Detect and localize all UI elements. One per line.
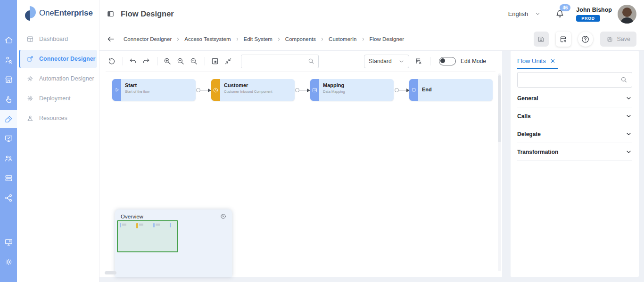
language-selector[interactable]: English xyxy=(508,10,541,17)
sidebar-item-automation-designer[interactable]: Automation Designer xyxy=(19,70,97,88)
help-icon xyxy=(581,35,590,44)
node-title: Mapping xyxy=(323,82,344,88)
accordion-section-general[interactable]: General xyxy=(517,89,632,107)
zoom-in-icon xyxy=(163,57,172,65)
rail-item-systems[interactable] xyxy=(0,169,17,187)
brand-name-bold: Enterprise xyxy=(54,8,93,17)
brand-logo: OneEnterprise xyxy=(25,6,93,21)
chevron-down-icon xyxy=(625,130,632,137)
toolbar-divider xyxy=(205,57,205,65)
rail-item-home[interactable] xyxy=(0,31,17,49)
rail-item-actions[interactable] xyxy=(0,90,17,108)
overview-header: Overview xyxy=(115,209,232,221)
breadcrumb-separator-icon xyxy=(320,37,324,41)
flow-node-end[interactable]: End xyxy=(409,79,493,101)
layout-preset-value: Standard xyxy=(369,58,392,64)
output-port[interactable] xyxy=(196,88,200,92)
collapse-view-button[interactable] xyxy=(222,56,234,67)
breadcrumb-item[interactable]: Edit System xyxy=(244,36,272,42)
redo-button[interactable] xyxy=(140,56,152,67)
layout-preset-select[interactable]: Standard xyxy=(364,55,409,68)
canvas-search-input[interactable] xyxy=(241,55,319,68)
rail-item-monitoring[interactable] xyxy=(0,129,17,147)
flow-node-mapping[interactable]: Mapping Data Mapping xyxy=(310,79,394,101)
node-title: Start xyxy=(125,82,137,88)
canvas-toolbar: Standard Edit Mode xyxy=(106,51,495,72)
reset-view-button[interactable] xyxy=(106,56,117,67)
zoom-out-button[interactable] xyxy=(174,56,186,67)
accordion-section-delegate[interactable]: Delegate xyxy=(517,125,632,143)
avatar[interactable] xyxy=(618,5,636,24)
rail-item-users[interactable] xyxy=(0,149,17,167)
gear-icon xyxy=(4,258,13,266)
notifications-button[interactable]: 46 xyxy=(555,9,565,19)
flow-node-start[interactable]: Start Start of the flow xyxy=(112,79,196,101)
save-all-icon xyxy=(537,35,545,43)
tab-close-button[interactable] xyxy=(550,58,555,64)
zoom-in-button[interactable] xyxy=(161,56,173,67)
clear-view-button[interactable] xyxy=(556,32,571,47)
overview-close-button[interactable] xyxy=(220,213,226,219)
minimap-node xyxy=(136,223,143,228)
accordion-section-calls[interactable]: Calls xyxy=(517,107,632,125)
fit-to-screen-button[interactable] xyxy=(209,56,221,67)
undo-button[interactable] xyxy=(127,56,139,67)
edit-mode-toggle[interactable] xyxy=(439,57,456,65)
close-x-icon xyxy=(550,58,555,64)
breadcrumb-item[interactable]: Connector Designer xyxy=(124,36,172,42)
resources-person-icon xyxy=(26,114,34,122)
overview-panel: Overview xyxy=(115,209,232,277)
rail-item-marketplace[interactable] xyxy=(0,71,17,89)
breadcrumb-item[interactable]: CustomerIn xyxy=(329,36,356,42)
flow-connector xyxy=(196,88,211,92)
accordion-label: General xyxy=(517,95,538,102)
edit-mode-label: Edit Mode xyxy=(461,58,486,64)
user-name: John Bishop xyxy=(576,7,612,13)
toolbar-divider xyxy=(157,57,157,65)
back-button[interactable] xyxy=(107,35,115,43)
accordion-section-transformation[interactable]: Transformation xyxy=(517,143,632,161)
breadcrumb-item[interactable]: Components xyxy=(285,36,316,42)
sidebar-item-resources[interactable]: Resources xyxy=(19,109,97,127)
zoom-reset-button[interactable] xyxy=(188,56,199,67)
sidebar-item-dashboard[interactable]: Dashboard xyxy=(19,30,97,48)
top-header: Flow Designer English 46 John Bishop PRO… xyxy=(99,0,644,28)
flow-units-search-input[interactable] xyxy=(517,72,632,88)
breadcrumb-item[interactable]: Flow Designer xyxy=(370,36,405,42)
breadcrumb-separator-icon xyxy=(361,37,365,41)
rail-item-settings[interactable] xyxy=(0,253,17,271)
server-icon xyxy=(4,174,13,183)
paintbrush-icon xyxy=(4,115,13,124)
tab-flow-units[interactable]: Flow Units xyxy=(517,57,546,64)
deployment-icon xyxy=(26,95,34,102)
arrow-left-icon xyxy=(107,35,115,43)
horizontal-scrollbar-thumb[interactable] xyxy=(105,271,116,274)
toggle-knob xyxy=(440,58,445,63)
breadcrumb-item[interactable]: Acceso Testsystem xyxy=(184,36,231,42)
sidebar-item-deployment[interactable]: Deployment xyxy=(19,89,97,107)
help-button[interactable] xyxy=(578,32,593,47)
save-as-button[interactable] xyxy=(534,32,549,47)
flow-connector xyxy=(395,88,410,92)
chevron-down-icon xyxy=(398,58,405,64)
rail-item-connections[interactable] xyxy=(0,189,17,207)
active-tab-underline xyxy=(517,68,558,69)
arrowhead-icon xyxy=(208,89,211,92)
workstation-icon xyxy=(4,238,13,247)
sidebar-item-connector-designer[interactable]: Connector Designer xyxy=(19,50,97,68)
rail-item-designer[interactable] xyxy=(0,110,17,128)
sidebar-item-label: Connector Designer xyxy=(39,56,95,62)
panel-tab-row: Flow Units xyxy=(511,51,639,64)
vertical-scrollbar-thumb[interactable] xyxy=(498,75,501,142)
flow-node-customer[interactable]: Customer Customer Inbound Component xyxy=(211,79,295,101)
minimap-viewport[interactable] xyxy=(117,220,178,252)
list-x-icon xyxy=(414,57,423,65)
rail-item-workstation[interactable] xyxy=(0,233,17,251)
save-button[interactable]: Save xyxy=(600,32,637,47)
clear-flow-button[interactable] xyxy=(413,56,425,67)
node-subtitle: Start of the flow xyxy=(125,89,149,94)
output-port[interactable] xyxy=(295,88,299,92)
output-port[interactable] xyxy=(395,88,399,92)
rail-item-organization[interactable] xyxy=(0,51,17,69)
stop-icon xyxy=(411,87,417,93)
